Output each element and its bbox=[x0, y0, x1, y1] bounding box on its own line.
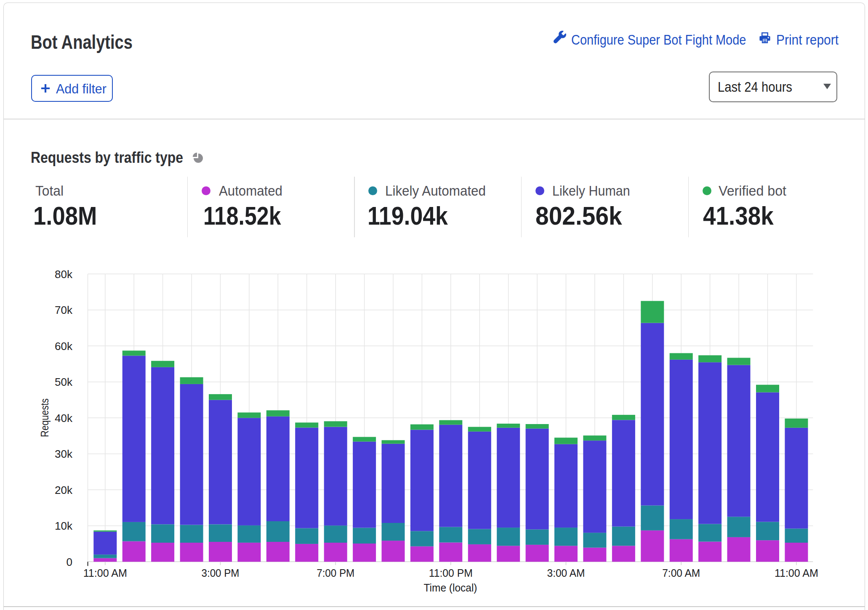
svg-text:7:00 AM: 7:00 AM bbox=[662, 567, 700, 579]
svg-text:70k: 70k bbox=[55, 304, 73, 316]
svg-text:Requests: Requests bbox=[38, 398, 51, 437]
svg-text:11:00 AM: 11:00 AM bbox=[775, 567, 818, 579]
svg-text:10k: 10k bbox=[55, 520, 73, 532]
svg-text:11:00 AM: 11:00 AM bbox=[83, 567, 127, 579]
svg-text:30k: 30k bbox=[55, 448, 73, 460]
svg-text:50k: 50k bbox=[55, 376, 73, 388]
svg-text:7:00 PM: 7:00 PM bbox=[317, 567, 354, 579]
svg-text:0: 0 bbox=[67, 556, 72, 568]
svg-text:Time (local): Time (local) bbox=[424, 581, 477, 594]
svg-text:3:00 AM: 3:00 AM bbox=[547, 567, 585, 579]
svg-text:3:00 PM: 3:00 PM bbox=[202, 567, 240, 579]
svg-text:60k: 60k bbox=[55, 340, 73, 353]
svg-text:40k: 40k bbox=[55, 412, 73, 424]
svg-text:20k: 20k bbox=[55, 484, 73, 496]
svg-text:11:00 PM: 11:00 PM bbox=[429, 567, 473, 579]
svg-text:80k: 80k bbox=[55, 268, 73, 281]
